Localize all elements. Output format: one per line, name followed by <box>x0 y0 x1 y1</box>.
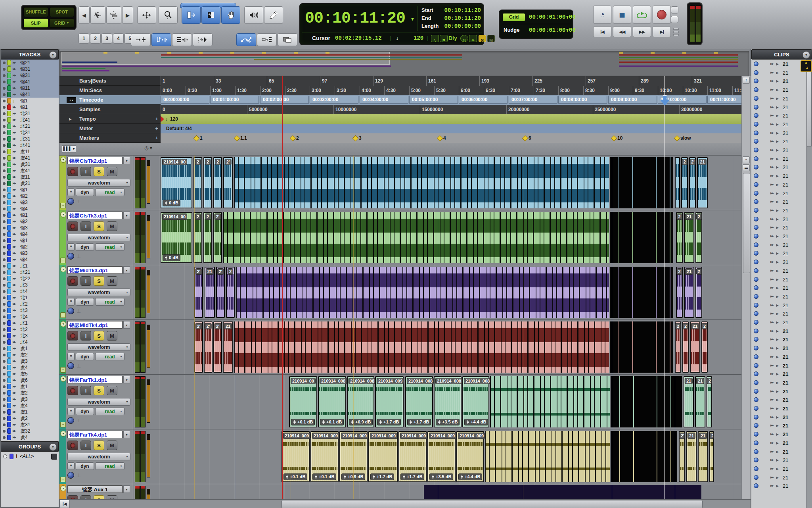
clips-list-item[interactable]: ▶▶▶21 <box>751 206 806 215</box>
tracks-list-item[interactable]: ▶▶锦3 <box>1 250 59 256</box>
transport-mini-top-button[interactable] <box>671 6 678 13</box>
clip-gain-badge[interactable]: 0 dB <box>163 254 180 261</box>
tracks-list-item[interactable]: ▶▶虞41 <box>1 167 59 174</box>
clip-gain-badge[interactable]: +4.4 dB <box>458 473 482 480</box>
clips-list-item[interactable]: ▶▶▶21 <box>751 68 806 77</box>
audio-clip[interactable]: 21 <box>697 157 708 208</box>
clips-list-item[interactable]: ▶▶▶21 <box>751 473 806 482</box>
transport-mini-bottom-button[interactable] <box>671 16 678 23</box>
audio-clip[interactable] <box>610 212 673 263</box>
clips-list-item[interactable]: ▶▶▶21 <box>751 395 806 404</box>
tracks-list-item[interactable]: ▶▶北1 <box>1 263 59 269</box>
universe-viewport[interactable] <box>61 52 390 65</box>
audio-clip[interactable]: 2' <box>223 157 233 208</box>
tracks-list-item[interactable]: ▶▶锦4 <box>1 206 59 212</box>
clips-list-item[interactable]: ▶▶▶21 <box>751 335 806 344</box>
audio-clip[interactable] <box>675 157 680 208</box>
tracks-list-item[interactable]: ▶▶北31 <box>1 129 59 136</box>
audio-clip[interactable]: 21 <box>205 267 215 318</box>
delay-compensation-label[interactable]: Dly <box>448 33 457 43</box>
grid-mode-button[interactable]: Grid <box>503 13 525 21</box>
clips-list-item[interactable]: ▶▶▶21 <box>751 266 806 275</box>
clips-list-item[interactable]: ▶▶▶21 <box>751 464 806 473</box>
track-mute-button[interactable]: M <box>107 167 117 176</box>
clips-sort-az-button[interactable]: a z <box>801 60 812 72</box>
clips-list-item[interactable]: ▶▶▶21 <box>751 163 806 171</box>
tracks-list-item[interactable]: ▶▶虞31 <box>1 421 59 428</box>
timecode-cell[interactable]: 00:07:00:00 <box>509 96 557 104</box>
audio-clip[interactable]: 2 <box>709 431 714 482</box>
track-timebase-icon[interactable] <box>67 308 74 314</box>
tracks-list-item[interactable]: ▶▶北31 <box>1 110 59 117</box>
audio-clip[interactable]: 21 <box>684 376 694 427</box>
clips-list-item[interactable]: ▶▶▶21 <box>751 146 806 154</box>
marker-label[interactable]: slow <box>680 133 691 143</box>
track-timebase-icon[interactable] <box>67 198 74 205</box>
tracks-list-item[interactable]: ▶▶锦1 <box>1 237 59 244</box>
track-automation-mode[interactable]: read▼ <box>95 353 124 360</box>
clips-list-item[interactable]: ▶▶▶21 <box>751 404 806 413</box>
vertical-scrollbar-thumb[interactable] <box>743 173 750 273</box>
zoom-preset-3[interactable]: 3 <box>102 33 112 44</box>
tempo-add-icon[interactable]: + <box>155 114 158 124</box>
track-collapse-icon[interactable]: ▼ <box>60 321 66 327</box>
pre-roll-flag-icon[interactable]: ⚑ <box>440 35 448 42</box>
tracks-list-item[interactable]: ▶▶锦41 <box>1 79 59 85</box>
track-mute-button[interactable]: M <box>107 386 117 395</box>
clip-gain-badge[interactable]: +1.7 dB <box>370 473 394 480</box>
track-row[interactable]: ▼~锦瑟ClsTk3.dp1▼ISMwaveform▼*dynread▼⊥210… <box>59 210 741 265</box>
audio-clip[interactable] <box>611 376 682 427</box>
group-item-all[interactable]: ! <ALL> <box>1 452 59 460</box>
track-mute-button[interactable]: M <box>107 331 117 341</box>
track-clips-lane[interactable]: 210914_009+0.1 dB210914_009+0.1 dB210914… <box>155 429 741 484</box>
clips-list-item[interactable]: ▶▶▶21 <box>751 481 806 490</box>
clips-list-item[interactable]: ▶▶▶21 <box>751 60 806 68</box>
tempo-value[interactable]: 120 <box>414 33 423 43</box>
marker-diamond-icon[interactable] <box>437 135 443 142</box>
audio-clip[interactable] <box>611 431 677 482</box>
tracks-list-item[interactable]: ▶▶虞2 <box>1 415 59 421</box>
clip-gain-badge[interactable]: +0.9 dB <box>341 473 365 480</box>
fast-forward-button[interactable]: ▶▶ <box>633 26 651 37</box>
clips-list-item[interactable]: ▶▶▶21 <box>751 369 806 378</box>
tracks-list-item[interactable]: ▶▶虞1 <box>1 409 59 415</box>
go-to-end-button[interactable]: ▶| <box>653 26 671 37</box>
timecode-cell[interactable]: 00:09:00:00 <box>608 96 657 104</box>
track-solo-button[interactable]: S <box>94 331 104 341</box>
clips-list-item[interactable]: ▶▶▶21 <box>751 77 806 85</box>
tempo-event[interactable]: ♩120 <box>165 114 178 124</box>
marker-diamond-icon[interactable] <box>611 135 617 142</box>
track-name-menu-icon[interactable]: ▼ <box>123 321 130 329</box>
tracks-list-item[interactable]: ▶▶北4 <box>1 339 59 345</box>
track-input-button[interactable]: I <box>80 331 91 341</box>
track-dyn-button[interactable]: dyn <box>76 243 94 251</box>
tracks-list-item[interactable]: ▶▶虞11 <box>1 148 59 155</box>
audio-clip[interactable]: 21 <box>695 376 705 427</box>
clips-list-item[interactable]: ▶▶▶21 <box>751 180 806 189</box>
hscroll-thumb[interactable] <box>282 500 703 508</box>
audio-clip[interactable]: 2' <box>216 267 225 318</box>
clips-list-item[interactable]: ▶▶▶21 <box>751 318 806 327</box>
audio-clip[interactable]: 210914_009+1.7 dB <box>375 376 404 427</box>
hscroll-track[interactable] <box>70 500 751 508</box>
track-patch-button[interactable]: * <box>67 408 75 415</box>
marker-label[interactable]: 6 <box>529 133 531 143</box>
tracks-list-item[interactable]: ▶▶北2 <box>1 301 59 307</box>
zoomer-tool-button[interactable] <box>159 6 178 24</box>
mini-collapse-button[interactable]: ▬ <box>743 164 750 171</box>
clip-gain-badge[interactable]: +0.1 dB <box>312 473 336 480</box>
start-value[interactable]: 00:10:11:20 <box>444 6 481 14</box>
clips-list-item[interactable]: ▶▶▶21 <box>751 197 806 206</box>
length-value[interactable]: 00:00:00:00 <box>444 22 481 30</box>
ruler-bars-beats[interactable]: Bars|Beats 1336597129161193225257289321 <box>59 76 741 86</box>
audio-clip[interactable]: 2' <box>194 321 203 373</box>
audio-clip[interactable]: 210914_000 dB <box>161 212 192 263</box>
counter-chevron-icon[interactable]: ▼ <box>410 17 415 21</box>
tempo-expand-icon[interactable]: ▶ <box>69 114 72 124</box>
timebase-clock-icon[interactable]: ◷ ▾ <box>144 145 156 152</box>
audio-clip[interactable]: 2 <box>203 157 212 208</box>
clips-list-item[interactable]: ▶▶▶21 <box>751 447 806 456</box>
nudge-chevron-icon[interactable]: ▼ <box>565 28 569 32</box>
timecode-cell[interactable]: 00:04:00:00 <box>360 96 408 104</box>
scroll-home-button[interactable]: |◀ <box>59 500 70 508</box>
